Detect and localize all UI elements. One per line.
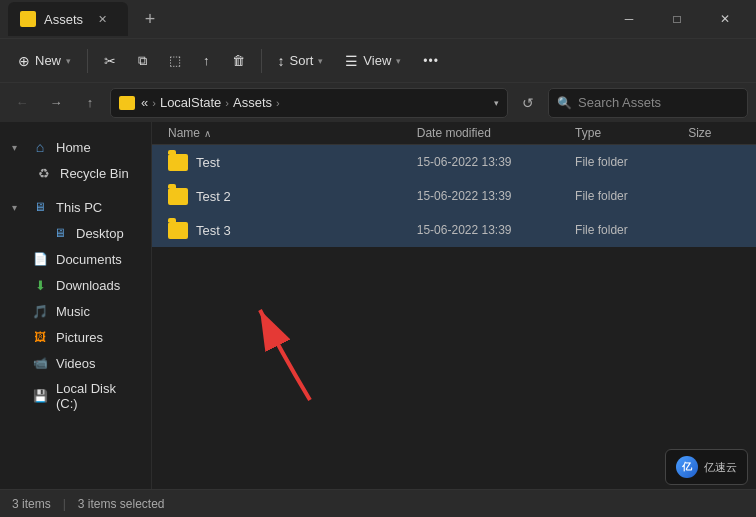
address-bar[interactable]: « › LocalState › Assets › ▾ <box>110 88 508 118</box>
item-count: 3 items <box>12 497 51 511</box>
file-date-cell: 15-06-2022 13:39 <box>417 189 575 203</box>
table-row[interactable]: Test 2 15-06-2022 13:39 File folder <box>152 179 756 213</box>
search-bar[interactable]: 🔍 Search Assets <box>548 88 748 118</box>
disk-icon: 💾 <box>32 388 48 404</box>
videos-icon: 📹 <box>32 355 48 371</box>
col-name-header[interactable]: Name ∧ <box>152 126 417 140</box>
minimize-button[interactable]: ─ <box>606 2 652 36</box>
sidebar-item-desktop[interactable]: 🖥 Desktop <box>4 220 147 246</box>
desktop-icon: 🖥 <box>52 225 68 241</box>
home-expand-icon: ▾ <box>12 142 24 153</box>
address-folder-icon <box>119 96 135 110</box>
col-size-header[interactable]: Size <box>688 126 756 140</box>
tab-close-button[interactable]: ✕ <box>95 12 109 26</box>
new-tab-button[interactable]: + <box>136 5 164 33</box>
watermark: 亿 亿速云 <box>665 449 748 485</box>
documents-icon: 📄 <box>32 251 48 267</box>
view-button[interactable]: ☰ View ▾ <box>335 44 411 78</box>
sort-icon: ↕ <box>278 53 285 69</box>
status-separator: | <box>63 497 66 511</box>
folder-icon <box>168 222 188 239</box>
up-button[interactable]: ↑ <box>76 89 104 117</box>
file-name-text: Test 3 <box>196 223 231 238</box>
maximize-button[interactable]: □ <box>654 2 700 36</box>
breadcrumb-sep-2: › <box>225 97 229 109</box>
file-type-cell: File folder <box>575 223 688 237</box>
watermark-text: 亿速云 <box>704 460 737 475</box>
breadcrumb: « › LocalState › Assets › <box>141 95 280 110</box>
main-content: ▾ ⌂ Home ♻ Recycle Bin ▾ 🖥 This PC 🖥 Des… <box>0 122 756 489</box>
sort-label: Sort <box>290 53 314 68</box>
file-type-cell: File folder <box>575 189 688 203</box>
search-icon: 🔍 <box>557 96 572 110</box>
cut-icon: ✂ <box>104 53 116 69</box>
home-label: Home <box>56 140 91 155</box>
new-button[interactable]: ⊕ New ▾ <box>8 44 81 78</box>
desktop-label: Desktop <box>76 226 124 241</box>
file-area: Name ∧ Date modified Type Size Test 15-0… <box>152 122 756 489</box>
sidebar: ▾ ⌂ Home ♻ Recycle Bin ▾ 🖥 This PC 🖥 Des… <box>0 122 152 489</box>
cut-button[interactable]: ✂ <box>94 44 126 78</box>
table-row[interactable]: Test 3 15-06-2022 13:39 File folder <box>152 213 756 247</box>
sidebar-item-thispc[interactable]: ▾ 🖥 This PC <box>4 194 147 220</box>
address-dropdown-icon[interactable]: ▾ <box>494 98 499 108</box>
col-date-header[interactable]: Date modified <box>417 126 575 140</box>
col-type-header[interactable]: Type <box>575 126 688 140</box>
sort-button[interactable]: ↕ Sort ▾ <box>268 44 334 78</box>
more-button[interactable]: ••• <box>413 44 449 78</box>
sidebar-item-pictures[interactable]: 🖼 Pictures <box>4 324 147 350</box>
title-bar: Assets ✕ + ─ □ ✕ <box>0 0 756 38</box>
breadcrumb-localstate-text[interactable]: LocalState <box>160 95 221 110</box>
sidebar-item-home[interactable]: ▾ ⌂ Home <box>4 134 147 160</box>
view-icon: ☰ <box>345 53 358 69</box>
sidebar-item-videos[interactable]: 📹 Videos <box>4 350 147 376</box>
address-row: ← → ↑ « › LocalState › Assets › ▾ ↺ 🔍 Se… <box>0 82 756 122</box>
thispc-icon: 🖥 <box>32 199 48 215</box>
back-button[interactable]: ← <box>8 89 36 117</box>
file-name-text: Test <box>196 155 220 170</box>
col-name-label: Name <box>168 126 200 140</box>
share-icon: ↑ <box>203 53 210 68</box>
downloads-icon: ⬇ <box>32 277 48 293</box>
breadcrumb-localstate: « <box>141 95 148 110</box>
close-button[interactable]: ✕ <box>702 2 748 36</box>
new-icon: ⊕ <box>18 53 30 69</box>
recycle-label: Recycle Bin <box>60 166 129 181</box>
delete-button[interactable]: 🗑 <box>222 44 255 78</box>
tab-title: Assets <box>44 12 83 27</box>
file-name-cell: Test 2 <box>152 188 417 205</box>
sidebar-item-localdisk[interactable]: 💾 Local Disk (C:) <box>4 376 147 416</box>
file-name-cell: Test 3 <box>152 222 417 239</box>
downloads-label: Downloads <box>56 278 120 293</box>
breadcrumb-sep-1: › <box>152 97 156 109</box>
videos-label: Videos <box>56 356 96 371</box>
pictures-icon: 🖼 <box>32 329 48 345</box>
paste-icon: ⬚ <box>169 53 181 68</box>
share-button[interactable]: ↑ <box>193 44 220 78</box>
sidebar-item-recycle[interactable]: ♻ Recycle Bin <box>4 160 147 186</box>
sort-dropdown-icon: ▾ <box>318 56 323 66</box>
column-headers: Name ∧ Date modified Type Size <box>152 122 756 145</box>
sidebar-item-downloads[interactable]: ⬇ Downloads <box>4 272 147 298</box>
copy-button[interactable]: ⧉ <box>128 44 157 78</box>
breadcrumb-assets-text[interactable]: Assets <box>233 95 272 110</box>
active-tab[interactable]: Assets ✕ <box>8 2 128 36</box>
localdisk-label: Local Disk (C:) <box>56 381 135 411</box>
breadcrumb-sep-3: › <box>276 97 280 109</box>
sidebar-item-documents[interactable]: 📄 Documents <box>4 246 147 272</box>
pictures-label: Pictures <box>56 330 103 345</box>
thispc-expand-icon: ▾ <box>12 202 24 213</box>
sidebar-item-music[interactable]: 🎵 Music <box>4 298 147 324</box>
refresh-button[interactable]: ↺ <box>514 89 542 117</box>
folder-icon <box>168 154 188 171</box>
forward-button[interactable]: → <box>42 89 70 117</box>
paste-button[interactable]: ⬚ <box>159 44 191 78</box>
table-row[interactable]: Test 15-06-2022 13:39 File folder <box>152 145 756 179</box>
more-icon: ••• <box>423 54 439 68</box>
toolbar-sep-2 <box>261 49 262 73</box>
folder-icon <box>168 188 188 205</box>
music-label: Music <box>56 304 90 319</box>
file-date-cell: 15-06-2022 13:39 <box>417 223 575 237</box>
file-type-cell: File folder <box>575 155 688 169</box>
view-label: View <box>363 53 391 68</box>
